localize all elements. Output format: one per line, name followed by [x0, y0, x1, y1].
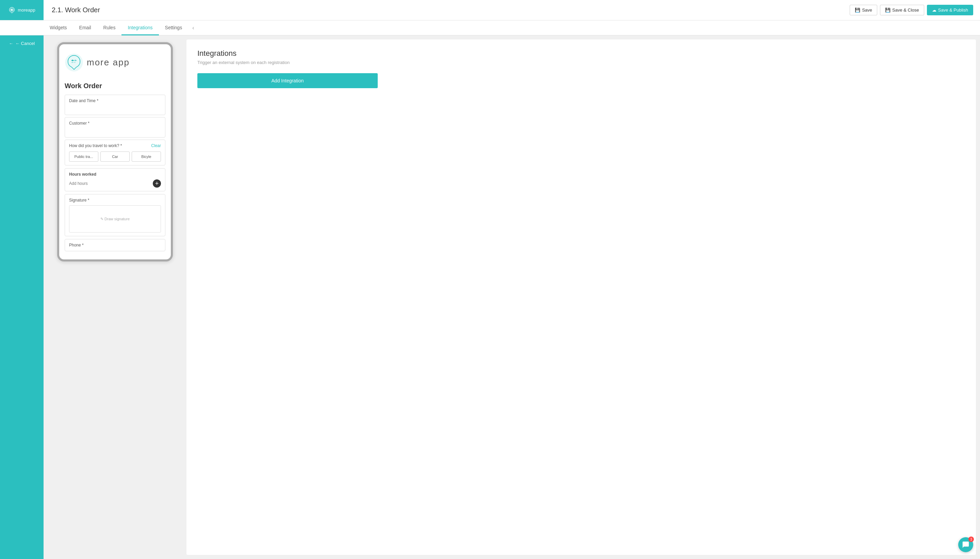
- save-button[interactable]: 💾 Save: [850, 5, 877, 15]
- form-title: Work Order: [64, 82, 165, 90]
- travel-option-bicycle[interactable]: Bicyle: [132, 152, 161, 162]
- customer-label: Customer *: [69, 121, 161, 126]
- moreapp-logo-icon: [8, 7, 16, 14]
- cancel-arrow-icon: ←: [9, 41, 13, 46]
- save-publish-button[interactable]: ☁ Save & Publish: [927, 5, 973, 15]
- signature-placeholder: ✎ Draw signature: [101, 217, 130, 221]
- travel-section: How did you travel to work? * Clear Publ…: [64, 140, 165, 165]
- save-icon: 💾: [855, 8, 860, 13]
- integrations-title: Integrations: [197, 49, 965, 58]
- chat-badge: 3: [968, 536, 974, 542]
- tab-integrations[interactable]: Integrations: [122, 21, 158, 35]
- add-hours-text: Add hours: [69, 181, 88, 186]
- date-time-label: Date and Time *: [69, 98, 161, 103]
- cancel-button[interactable]: ← ← Cancel: [9, 41, 35, 46]
- add-integration-button[interactable]: Add Integration: [197, 73, 378, 88]
- phone-preview-area: more app Work Order Date and Time * Cust…: [44, 35, 186, 559]
- left-sidebar: ← ← Cancel: [0, 35, 44, 559]
- customer-field[interactable]: Customer *: [64, 117, 165, 137]
- integrations-panel: Integrations Trigger an external system …: [186, 40, 976, 555]
- hours-label: Hours worked: [69, 172, 161, 177]
- main-layout: ← ← Cancel more app: [0, 35, 980, 559]
- date-time-field[interactable]: Date and Time *: [64, 95, 165, 115]
- collapse-tabs-button[interactable]: ‹: [188, 25, 198, 31]
- logo: moreapp: [8, 7, 35, 14]
- signature-section: Signature * ✎ Draw signature: [64, 194, 165, 236]
- add-hours-button[interactable]: +: [153, 179, 161, 188]
- phone-frame: more app Work Order Date and Time * Cust…: [57, 42, 173, 261]
- phone-content: more app Work Order Date and Time * Cust…: [59, 44, 171, 260]
- save-close-button[interactable]: 💾 Save & Close: [880, 5, 924, 15]
- signature-box[interactable]: ✎ Draw signature: [69, 205, 161, 233]
- travel-options: Public tra... Car Bicyle: [69, 152, 161, 162]
- save-publish-icon: ☁: [932, 8, 936, 13]
- page-title-area: 2.1. Work Order: [44, 6, 850, 14]
- add-hours-row: Add hours +: [69, 179, 161, 188]
- save-close-icon: 💾: [885, 8, 891, 13]
- header: moreapp 2.1. Work Order 💾 Save 💾 Save & …: [0, 0, 980, 20]
- phone-logo: more app: [64, 50, 165, 75]
- clear-button[interactable]: Clear: [151, 143, 161, 148]
- chat-icon: [962, 541, 970, 549]
- date-time-input: [69, 104, 161, 111]
- tab-widgets[interactable]: Widgets: [44, 21, 73, 35]
- integrations-subtitle: Trigger an external system on each regis…: [197, 60, 965, 65]
- customer-input: [69, 127, 161, 134]
- hours-section: Hours worked Add hours +: [64, 168, 165, 191]
- logo-text: moreapp: [18, 8, 35, 13]
- tab-rules[interactable]: Rules: [97, 21, 122, 35]
- phone-logo-icon: [64, 53, 83, 72]
- chat-bubble[interactable]: 3: [958, 537, 973, 552]
- phone-logo-text: more app: [87, 57, 130, 68]
- phone-field-label: Phone *: [69, 243, 161, 248]
- travel-header: How did you travel to work? * Clear: [69, 143, 161, 148]
- signature-label: Signature *: [69, 198, 161, 203]
- travel-label: How did you travel to work? *: [69, 143, 122, 148]
- page-title: 2.1. Work Order: [52, 6, 100, 13]
- tabs-bar: Widgets Email Rules Integrations Setting…: [0, 20, 980, 35]
- sidebar-logo-area: moreapp: [0, 0, 44, 20]
- travel-option-car[interactable]: Car: [101, 152, 130, 162]
- tab-email[interactable]: Email: [73, 21, 97, 35]
- header-actions: 💾 Save 💾 Save & Close ☁ Save & Publish: [850, 5, 980, 15]
- tab-settings[interactable]: Settings: [159, 21, 188, 35]
- travel-option-public[interactable]: Public tra...: [69, 152, 98, 162]
- phone-field-section[interactable]: Phone *: [64, 239, 165, 251]
